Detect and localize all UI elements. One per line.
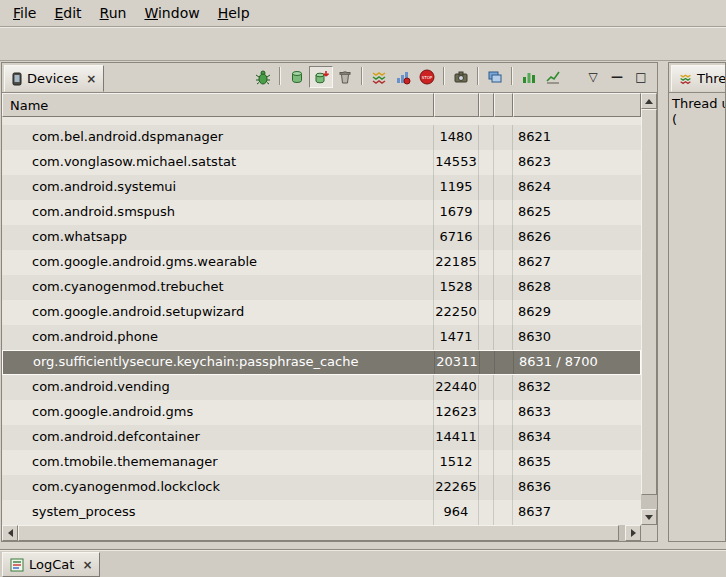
blank-cell [480,351,495,374]
close-icon[interactable]: × [79,558,92,572]
blank-cell [494,300,513,325]
maximize-icon: □ [635,70,646,84]
blank-cell [479,250,494,275]
tab-logcat[interactable]: LogCat × [2,552,100,577]
blank-cell [479,125,494,150]
graph-icon [545,69,561,85]
blank-cell [494,325,513,350]
threads-view-header: Threa [669,63,725,93]
tab-threads[interactable]: Threa [671,65,726,92]
blank-cell [494,250,513,275]
port-cell: 8632 [513,375,641,400]
port-cell: 8621 [513,125,641,150]
process-table-body: com.bel.android.dspmanager14808621com.vo… [2,117,641,525]
left-arrow-icon [8,529,13,537]
scroll-left-button[interactable] [2,525,18,541]
scroll-right-button[interactable] [625,525,641,541]
table-row[interactable]: com.android.smspush16798625 [2,200,641,225]
blank-cell [494,175,513,200]
logcat-tab-label: LogCat [29,557,74,572]
threads-panel: Threa Thread up( [668,62,726,542]
blank-cell [479,450,494,475]
blank-cell [494,400,513,425]
minimize-button[interactable]: — [605,66,629,88]
table-row[interactable]: com.google.android.setupwizard222508629 [2,300,641,325]
table-row[interactable]: com.android.phone14718630 [2,325,641,350]
table-row[interactable]: system_process9648637 [2,500,641,525]
horizontal-scroll-track[interactable] [18,525,625,541]
column-header-blank-1[interactable] [434,93,479,117]
table-row[interactable]: com.cyanogenmod.lockclock222658636 [2,475,641,500]
column-header-blank-3[interactable] [494,93,513,117]
process-table-header: Name [2,93,641,117]
start-method-profiling-button[interactable] [391,66,415,88]
table-row[interactable]: com.android.systemui11958624 [2,175,641,200]
table-row[interactable]: org.sufficientlysecure.keychain:passphra… [2,350,641,375]
menu-run[interactable]: Run [91,2,136,24]
process-name-cell: system_process [2,500,434,525]
pid-cell: 14553 [434,150,479,175]
menu-edit[interactable]: Edit [45,2,90,24]
cause-gc-button[interactable] [333,66,357,88]
menu-file[interactable]: File [4,2,45,24]
scroll-up-button[interactable] [641,93,657,109]
table-row[interactable]: com.google.android.gms126238633 [2,400,641,425]
port-cell: 8626 [513,225,641,250]
pid-cell: 22440 [434,375,479,400]
horizontal-scrollbar[interactable] [2,525,641,541]
vertical-scroll-thumb[interactable] [641,109,657,495]
table-row[interactable]: com.android.vending224408632 [2,375,641,400]
pid-cell: 1480 [434,125,479,150]
column-header-name[interactable]: Name [2,93,434,117]
blank-cell [494,450,513,475]
blank-cell [494,500,513,525]
screen-capture-icon [453,69,469,85]
process-name-cell: com.google.android.gms.wearable [2,250,434,275]
tab-devices[interactable]: Devices × [4,65,104,92]
sysinfo-button[interactable] [517,66,541,88]
table-row[interactable]: com.bel.android.dspmanager14808621 [2,125,641,150]
table-row[interactable]: com.cyanogenmod.trebuchet15288628 [2,275,641,300]
threads-tab-label: Threa [697,71,726,86]
graph-button[interactable] [541,66,565,88]
maximize-button[interactable]: □ [629,66,653,88]
port-cell: 8629 [513,300,641,325]
process-name-cell: com.google.android.setupwizard [2,300,434,325]
column-header-blank-4[interactable] [513,93,641,117]
screen-capture-button[interactable] [449,66,473,88]
port-cell: 8633 [513,400,641,425]
process-name-cell: com.vonglasow.michael.satstat [2,150,434,175]
pid-cell: 14411 [434,425,479,450]
menu-help[interactable]: Help [209,2,259,24]
close-icon[interactable]: × [83,72,96,86]
device-phone-icon [12,72,22,86]
table-row[interactable]: com.vonglasow.michael.satstat145538623 [2,150,641,175]
pid-cell: 6716 [434,225,479,250]
update-heap-button[interactable] [285,66,309,88]
process-name-cell: com.android.vending [2,375,434,400]
table-row[interactable]: com.tmobile.thememanager15128635 [2,450,641,475]
minimize-icon: — [611,70,623,84]
stop-process-button[interactable]: STOP [415,66,439,88]
menu-window[interactable]: Window [135,2,208,24]
blank-cell [479,475,494,500]
horizontal-scroll-thumb[interactable] [18,525,619,541]
frame-capture-button[interactable] [483,66,507,88]
port-cell: 8628 [513,275,641,300]
toolbar-separator [511,67,513,85]
dump-hprof-button[interactable] [309,66,333,88]
threads-message-line: ( [672,112,722,128]
vertical-scroll-track[interactable] [641,109,657,509]
table-row[interactable]: com.android.defcontainer144118634 [2,425,641,450]
column-header-blank-2[interactable] [479,93,494,117]
vertical-scrollbar[interactable] [641,93,657,525]
blank-cell [494,475,513,500]
process-name-cell: com.android.systemui [2,175,434,200]
table-row[interactable]: com.whatsapp67168626 [2,225,641,250]
threads-icon [679,72,692,85]
update-threads-button[interactable] [367,66,391,88]
table-row[interactable]: com.google.android.gms.wearable221858627 [2,250,641,275]
view-menu-button[interactable]: ▽ [581,66,605,88]
debug-process-button[interactable] [251,66,275,88]
scroll-down-button[interactable] [641,509,657,525]
